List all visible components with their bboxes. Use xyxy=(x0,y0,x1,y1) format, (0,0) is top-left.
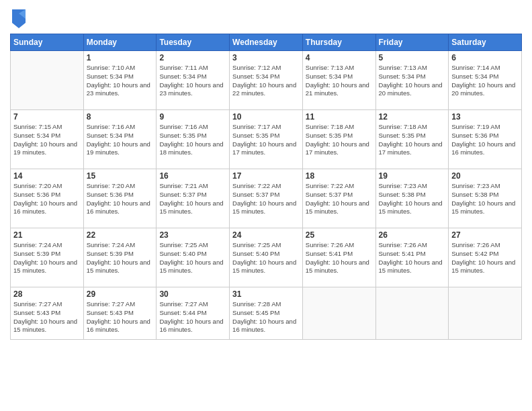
day-info: Sunrise: 7:23 AM Sunset: 5:38 PM Dayligh… xyxy=(451,182,519,216)
calendar-cell: 21Sunrise: 7:24 AM Sunset: 5:39 PM Dayli… xyxy=(11,228,84,287)
header-area xyxy=(10,7,522,28)
day-number: 8 xyxy=(87,112,154,122)
logo xyxy=(10,9,27,28)
day-number: 15 xyxy=(87,171,154,181)
day-number: 1 xyxy=(87,53,154,62)
day-number: 18 xyxy=(306,171,373,181)
calendar-cell: 1Sunrise: 7:10 AM Sunset: 5:34 PM Daylig… xyxy=(83,51,157,110)
calendar-cell xyxy=(449,287,522,340)
day-info: Sunrise: 7:14 AM Sunset: 5:34 PM Dayligh… xyxy=(451,64,519,98)
weekday-header: Monday xyxy=(83,34,157,51)
day-number: 2 xyxy=(159,53,226,62)
calendar-cell: 31Sunrise: 7:28 AM Sunset: 5:45 PM Dayli… xyxy=(230,287,303,340)
day-info: Sunrise: 7:17 AM Sunset: 5:35 PM Dayligh… xyxy=(232,123,300,157)
calendar: SundayMondayTuesdayWednesdayThursdayFrid… xyxy=(10,34,522,340)
day-info: Sunrise: 7:18 AM Sunset: 5:35 PM Dayligh… xyxy=(379,123,446,157)
calendar-cell: 18Sunrise: 7:22 AM Sunset: 5:37 PM Dayli… xyxy=(302,169,375,228)
calendar-cell: 17Sunrise: 7:22 AM Sunset: 5:37 PM Dayli… xyxy=(230,169,303,228)
day-number: 5 xyxy=(379,53,446,62)
calendar-cell: 8Sunrise: 7:16 AM Sunset: 5:34 PM Daylig… xyxy=(83,110,157,169)
day-number: 6 xyxy=(451,53,519,62)
day-info: Sunrise: 7:20 AM Sunset: 5:36 PM Dayligh… xyxy=(13,182,81,216)
day-number: 26 xyxy=(379,230,446,240)
calendar-cell: 13Sunrise: 7:19 AM Sunset: 5:36 PM Dayli… xyxy=(449,110,522,169)
page: SundayMondayTuesdayWednesdayThursdayFrid… xyxy=(0,0,532,411)
day-info: Sunrise: 7:18 AM Sunset: 5:35 PM Dayligh… xyxy=(306,123,373,157)
calendar-cell: 7Sunrise: 7:15 AM Sunset: 5:34 PM Daylig… xyxy=(11,110,84,169)
weekday-header: Tuesday xyxy=(157,34,230,51)
day-number: 10 xyxy=(232,112,300,122)
day-number: 11 xyxy=(306,112,373,122)
weekday-header: Sunday xyxy=(11,34,84,51)
day-info: Sunrise: 7:16 AM Sunset: 5:34 PM Dayligh… xyxy=(87,123,154,157)
day-info: Sunrise: 7:13 AM Sunset: 5:34 PM Dayligh… xyxy=(306,64,373,98)
day-number: 4 xyxy=(306,53,373,62)
day-number: 31 xyxy=(232,289,300,299)
day-info: Sunrise: 7:10 AM Sunset: 5:34 PM Dayligh… xyxy=(87,64,154,98)
calendar-cell: 22Sunrise: 7:24 AM Sunset: 5:39 PM Dayli… xyxy=(83,228,157,287)
day-info: Sunrise: 7:26 AM Sunset: 5:41 PM Dayligh… xyxy=(306,241,373,275)
day-info: Sunrise: 7:19 AM Sunset: 5:36 PM Dayligh… xyxy=(451,123,519,157)
day-number: 22 xyxy=(87,230,154,240)
day-info: Sunrise: 7:12 AM Sunset: 5:34 PM Dayligh… xyxy=(232,64,300,98)
day-number: 21 xyxy=(13,230,81,240)
calendar-cell: 27Sunrise: 7:26 AM Sunset: 5:42 PM Dayli… xyxy=(449,228,522,287)
calendar-cell: 10Sunrise: 7:17 AM Sunset: 5:35 PM Dayli… xyxy=(230,110,303,169)
weekday-header: Friday xyxy=(375,34,449,51)
day-info: Sunrise: 7:16 AM Sunset: 5:35 PM Dayligh… xyxy=(159,123,226,157)
calendar-cell: 2Sunrise: 7:11 AM Sunset: 5:34 PM Daylig… xyxy=(157,51,230,110)
day-info: Sunrise: 7:27 AM Sunset: 5:43 PM Dayligh… xyxy=(87,300,154,334)
day-number: 27 xyxy=(451,230,519,240)
day-number: 9 xyxy=(159,112,226,122)
calendar-cell: 25Sunrise: 7:26 AM Sunset: 5:41 PM Dayli… xyxy=(302,228,375,287)
day-info: Sunrise: 7:22 AM Sunset: 5:37 PM Dayligh… xyxy=(306,182,373,216)
day-number: 25 xyxy=(306,230,373,240)
calendar-cell: 3Sunrise: 7:12 AM Sunset: 5:34 PM Daylig… xyxy=(230,51,303,110)
day-info: Sunrise: 7:11 AM Sunset: 5:34 PM Dayligh… xyxy=(159,64,226,98)
day-number: 3 xyxy=(232,53,300,62)
day-info: Sunrise: 7:23 AM Sunset: 5:38 PM Dayligh… xyxy=(379,182,446,216)
calendar-cell: 28Sunrise: 7:27 AM Sunset: 5:43 PM Dayli… xyxy=(11,287,84,340)
day-info: Sunrise: 7:20 AM Sunset: 5:36 PM Dayligh… xyxy=(87,182,154,216)
day-info: Sunrise: 7:27 AM Sunset: 5:43 PM Dayligh… xyxy=(13,300,81,334)
day-info: Sunrise: 7:27 AM Sunset: 5:44 PM Dayligh… xyxy=(159,300,226,334)
day-info: Sunrise: 7:21 AM Sunset: 5:37 PM Dayligh… xyxy=(159,182,226,216)
day-info: Sunrise: 7:15 AM Sunset: 5:34 PM Dayligh… xyxy=(13,123,81,157)
day-number: 13 xyxy=(451,112,519,122)
day-info: Sunrise: 7:28 AM Sunset: 5:45 PM Dayligh… xyxy=(232,300,300,334)
day-info: Sunrise: 7:13 AM Sunset: 5:34 PM Dayligh… xyxy=(379,64,446,98)
weekday-header: Wednesday xyxy=(230,34,303,51)
day-info: Sunrise: 7:24 AM Sunset: 5:39 PM Dayligh… xyxy=(13,241,81,275)
calendar-cell: 20Sunrise: 7:23 AM Sunset: 5:38 PM Dayli… xyxy=(449,169,522,228)
calendar-cell: 19Sunrise: 7:23 AM Sunset: 5:38 PM Dayli… xyxy=(375,169,449,228)
calendar-cell: 5Sunrise: 7:13 AM Sunset: 5:34 PM Daylig… xyxy=(375,51,449,110)
day-info: Sunrise: 7:26 AM Sunset: 5:41 PM Dayligh… xyxy=(379,241,446,275)
weekday-header: Thursday xyxy=(302,34,375,51)
calendar-cell: 16Sunrise: 7:21 AM Sunset: 5:37 PM Dayli… xyxy=(157,169,230,228)
day-number: 23 xyxy=(159,230,226,240)
calendar-cell: 24Sunrise: 7:25 AM Sunset: 5:40 PM Dayli… xyxy=(230,228,303,287)
calendar-cell: 23Sunrise: 7:25 AM Sunset: 5:40 PM Dayli… xyxy=(157,228,230,287)
day-number: 14 xyxy=(13,171,81,181)
day-number: 12 xyxy=(379,112,446,122)
calendar-cell xyxy=(302,287,375,340)
calendar-cell: 4Sunrise: 7:13 AM Sunset: 5:34 PM Daylig… xyxy=(302,51,375,110)
day-number: 28 xyxy=(13,289,81,299)
calendar-cell: 14Sunrise: 7:20 AM Sunset: 5:36 PM Dayli… xyxy=(11,169,84,228)
calendar-cell: 15Sunrise: 7:20 AM Sunset: 5:36 PM Dayli… xyxy=(83,169,157,228)
day-number: 20 xyxy=(451,171,519,181)
day-number: 29 xyxy=(87,289,154,299)
weekday-header: Saturday xyxy=(449,34,522,51)
day-number: 30 xyxy=(159,289,226,299)
calendar-cell: 26Sunrise: 7:26 AM Sunset: 5:41 PM Dayli… xyxy=(375,228,449,287)
day-info: Sunrise: 7:22 AM Sunset: 5:37 PM Dayligh… xyxy=(232,182,300,216)
calendar-cell: 11Sunrise: 7:18 AM Sunset: 5:35 PM Dayli… xyxy=(302,110,375,169)
day-info: Sunrise: 7:26 AM Sunset: 5:42 PM Dayligh… xyxy=(451,241,519,275)
day-number: 7 xyxy=(13,112,81,122)
calendar-cell xyxy=(375,287,449,340)
logo-icon xyxy=(12,9,26,28)
day-number: 17 xyxy=(232,171,300,181)
calendar-cell: 30Sunrise: 7:27 AM Sunset: 5:44 PM Dayli… xyxy=(157,287,230,340)
day-info: Sunrise: 7:25 AM Sunset: 5:40 PM Dayligh… xyxy=(232,241,300,275)
calendar-cell: 29Sunrise: 7:27 AM Sunset: 5:43 PM Dayli… xyxy=(83,287,157,340)
